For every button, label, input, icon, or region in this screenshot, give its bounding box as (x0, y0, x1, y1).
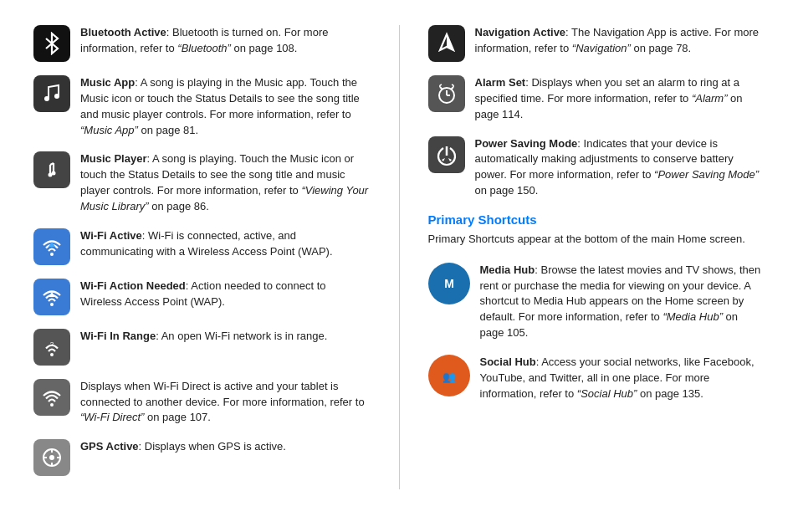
wifi-range-text: Wi-Fi In Range: An open Wi-Fi network is… (80, 329, 371, 345)
wifi-active-text: Wi-Fi Active: Wi-Fi is connected, active… (80, 228, 371, 260)
primary-shortcuts-description: Primary Shortcuts appear at the bottom o… (428, 232, 765, 248)
svg-line-23 (451, 87, 453, 90)
svg-point-8 (50, 353, 54, 356)
entry-bluetooth: Bluetooth Active: Bluetooth is turned on… (33, 25, 371, 62)
footer (708, 505, 765, 517)
svg-point-3 (52, 171, 56, 176)
gps-icon (33, 439, 70, 476)
entry-wifi-active: Wi-Fi Active: Wi-Fi is connected, active… (33, 228, 371, 265)
nav-icon (428, 25, 465, 62)
alarm-text: Alarm Set: Displays when you set an alar… (475, 75, 765, 123)
entry-wifi-range: ?Wi-Fi In Range: An open Wi-Fi network i… (33, 329, 371, 366)
wifi-active-icon (33, 228, 70, 265)
wifi-action-icon (33, 279, 70, 315)
svg-line-22 (440, 87, 442, 90)
svg-point-4 (50, 253, 54, 256)
right-column: Navigation Active: The Navigation App is… (428, 25, 765, 489)
nav-text: Navigation Active: The Navigation App is… (475, 25, 765, 57)
music-player-text: Music Player: A song is playing. Touch t… (80, 151, 371, 214)
wifi-range-icon: ? (33, 329, 70, 366)
alarm-icon (428, 75, 465, 112)
svg-text:M: M (444, 277, 454, 290)
page-content: Bluetooth Active: Bluetooth is turned on… (0, 0, 798, 506)
media-hub-icon: M (428, 263, 470, 304)
wifi-direct-icon (33, 379, 70, 416)
entry-nav: Navigation Active: The Navigation App is… (428, 25, 765, 62)
gps-text: GPS Active: Displays when GPS is active. (80, 439, 371, 455)
entry-wifi-action: Wi-Fi Action Needed: Action needed to co… (33, 279, 371, 315)
entry-wifi-direct: Displays when Wi-Fi Direct is active and… (33, 379, 371, 427)
left-column: Bluetooth Active: Bluetooth is turned on… (33, 25, 371, 489)
svg-point-6 (50, 303, 54, 306)
power-text: Power Saving Mode: Indicates that your d… (475, 136, 765, 199)
bluetooth-text: Bluetooth Active: Bluetooth is turned on… (80, 25, 371, 57)
music-app-icon (33, 75, 70, 112)
social-hub-text: Social Hub: Access your social networks,… (480, 355, 765, 402)
entry-music-player: Music Player: A song is playing. Touch t… (33, 151, 371, 214)
power-icon (428, 136, 465, 173)
entry-music-app: Music App: A song is playing in the Musi… (33, 75, 371, 138)
entry-media-hub: MMedia Hub: Browse the latest movies and… (428, 263, 765, 341)
svg-text:👥: 👥 (442, 370, 457, 384)
svg-point-1 (54, 94, 59, 99)
svg-point-12 (49, 455, 54, 460)
svg-text:?: ? (50, 340, 54, 348)
entry-social-hub: 👥Social Hub: Access your social networks… (428, 355, 765, 402)
entry-gps: GPS Active: Displays when GPS is active. (33, 439, 371, 476)
social-hub-icon: 👥 (428, 355, 470, 396)
column-divider (399, 25, 400, 489)
svg-point-0 (44, 96, 49, 101)
entry-alarm: Alarm Set: Displays when you set an alar… (428, 75, 765, 123)
media-hub-text: Media Hub: Browse the latest movies and … (480, 263, 765, 341)
svg-point-10 (50, 403, 54, 407)
entry-power: Power Saving Mode: Indicates that your d… (428, 136, 765, 199)
music-player-icon (33, 151, 70, 188)
wifi-action-text: Wi-Fi Action Needed: Action needed to co… (80, 279, 371, 310)
primary-shortcuts-title: Primary Shortcuts (428, 212, 765, 227)
wifi-direct-text: Displays when Wi-Fi Direct is active and… (80, 379, 371, 427)
music-app-text: Music App: A song is playing in the Musi… (80, 75, 371, 138)
bluetooth-icon (33, 25, 70, 62)
